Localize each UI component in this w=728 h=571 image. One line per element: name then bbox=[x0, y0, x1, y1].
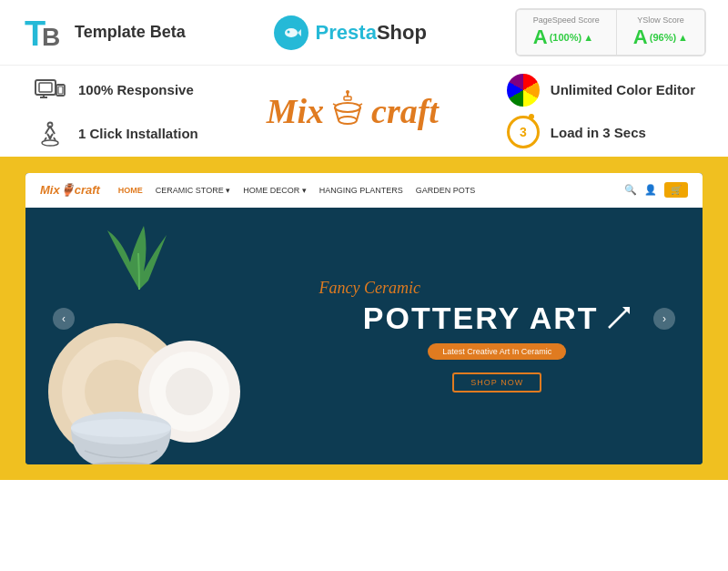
svg-point-18 bbox=[339, 117, 357, 124]
svg-text:B: B bbox=[42, 23, 60, 51]
svg-point-13 bbox=[42, 140, 58, 146]
yslow-arrow: ▲ bbox=[678, 32, 688, 43]
user-nav-icon: 👤 bbox=[644, 184, 657, 196]
pagespeed-score: PageSpeed Score A (100%) ▲ bbox=[517, 10, 617, 55]
header: T B Template Beta PrestaShop PageSpeed S… bbox=[0, 0, 728, 66]
carousel-arrow-left[interactable]: ‹ bbox=[53, 308, 75, 330]
tb-logo-icon: T B bbox=[22, 11, 66, 55]
nav-ceramic[interactable]: CERAMIC STORE ▾ bbox=[156, 186, 230, 195]
pagespeed-value: A bbox=[533, 25, 548, 49]
preview-nav-icons: 🔍 👤 🛒 bbox=[624, 182, 688, 198]
mixcraft-text2: craft bbox=[371, 91, 439, 131]
yslow-value: A bbox=[633, 25, 648, 49]
features-right: Unlimited Color Editor 3 Load in 3 Secs bbox=[507, 74, 695, 148]
responsive-feature: 100% Responsive bbox=[33, 72, 198, 107]
timer-number: 3 bbox=[520, 125, 527, 139]
brand-name: Template Beta bbox=[75, 23, 186, 42]
slash-decoration bbox=[604, 305, 632, 332]
slide-content: Fancy Ceramic POTTERY ART Latest Creativ… bbox=[25, 208, 703, 464]
search-nav-icon: 🔍 bbox=[624, 184, 637, 196]
center-logo: Mix craft bbox=[198, 87, 507, 135]
install-feature: 1 Click Installation bbox=[33, 116, 198, 150]
slide-right: Fancy Ceramic POTTERY ART Latest Creativ… bbox=[309, 260, 703, 410]
yslow-label: YSlow Score bbox=[633, 15, 688, 25]
svg-line-35 bbox=[609, 310, 627, 328]
svg-point-14 bbox=[48, 123, 53, 127]
color-editor-feature: Unlimited Color Editor bbox=[507, 74, 695, 107]
prestashop-logo: PrestaShop bbox=[274, 15, 427, 50]
responsive-label: 100% Responsive bbox=[78, 82, 194, 97]
subtitle-badge: Latest Creative Art In Ceramic bbox=[428, 343, 566, 360]
svg-rect-21 bbox=[344, 97, 351, 100]
svg-point-17 bbox=[335, 103, 360, 112]
scores-container: PageSpeed Score A (100%) ▲ YSlow Score A… bbox=[515, 8, 706, 56]
load-feature: 3 Load in 3 Secs bbox=[507, 116, 646, 148]
svg-point-4 bbox=[285, 28, 298, 37]
bowl-icon bbox=[62, 396, 180, 464]
mixcraft-logo: Mix craft bbox=[267, 87, 439, 135]
preview-nav-logo: Mix🏺craft bbox=[40, 183, 100, 197]
svg-point-23 bbox=[346, 90, 349, 94]
install-label: 1 Click Installation bbox=[78, 126, 198, 141]
yslow-percent: (96%) bbox=[650, 32, 676, 43]
prestashop-icon bbox=[274, 15, 308, 50]
svg-line-24 bbox=[333, 104, 337, 106]
preview-nav-links: HOME CERAMIC STORE ▾ HOME DECOR ▾ HANGIN… bbox=[118, 186, 475, 195]
svg-rect-8 bbox=[39, 83, 52, 92]
ceramics-illustration bbox=[25, 208, 309, 464]
features-left: 100% Responsive 1 Click Installation bbox=[33, 72, 198, 150]
pagespeed-percent: (100%) bbox=[550, 32, 581, 43]
timer-icon: 3 bbox=[507, 116, 540, 148]
preview-wrapper: Mix🏺craft HOME CERAMIC STORE ▾ HOME DECO… bbox=[0, 157, 728, 480]
install-icon bbox=[33, 116, 67, 150]
cart-nav-icon: 🛒 bbox=[664, 182, 688, 198]
svg-rect-10 bbox=[58, 87, 63, 94]
mixcraft-pottery-icon bbox=[324, 87, 371, 135]
nav-decor[interactable]: HOME DECOR ▾ bbox=[243, 186, 307, 195]
nav-planters[interactable]: HANGING PLANTERS bbox=[319, 186, 403, 195]
svg-line-25 bbox=[359, 104, 362, 106]
pottery-title: POTTERY ART bbox=[363, 301, 599, 335]
nav-pots[interactable]: GARDEN POTS bbox=[416, 186, 476, 195]
prestashop-label: PrestaShop bbox=[316, 21, 427, 45]
pottery-title-row: POTTERY ART bbox=[363, 301, 632, 335]
yslow-score: YSlow Score A (96%) ▲ bbox=[617, 10, 704, 55]
svg-point-33 bbox=[71, 419, 171, 437]
carousel-arrow-right[interactable]: › bbox=[653, 308, 675, 330]
pagespeed-label: PageSpeed Score bbox=[533, 15, 600, 25]
mixcraft-text1: Mix bbox=[267, 91, 324, 131]
color-editor-label: Unlimited Color Editor bbox=[551, 81, 695, 99]
prestashop-fish-icon bbox=[278, 20, 304, 46]
preview-nav: Mix🏺craft HOME CERAMIC STORE ▾ HOME DECO… bbox=[25, 173, 703, 208]
pagespeed-arrow: ▲ bbox=[583, 32, 593, 43]
preview-inner: Mix🏺craft HOME CERAMIC STORE ▾ HOME DECO… bbox=[25, 173, 703, 464]
shop-now-button[interactable]: SHOP NOW bbox=[452, 372, 541, 393]
install-svg bbox=[35, 117, 66, 148]
color-wheel-icon bbox=[507, 74, 540, 107]
load-label: Load in 3 Secs bbox=[551, 125, 646, 140]
features-bar: 100% Responsive 1 Click Installation Mix bbox=[0, 66, 728, 157]
fancy-ceramic-text: Fancy Ceramic bbox=[318, 279, 420, 298]
responsive-svg bbox=[34, 73, 66, 106]
nav-home[interactable]: HOME bbox=[118, 186, 143, 195]
responsive-icon bbox=[33, 72, 67, 107]
svg-point-6 bbox=[287, 30, 289, 33]
brand-logo: T B Template Beta bbox=[22, 11, 186, 55]
palm-leaf-icon bbox=[98, 212, 180, 294]
